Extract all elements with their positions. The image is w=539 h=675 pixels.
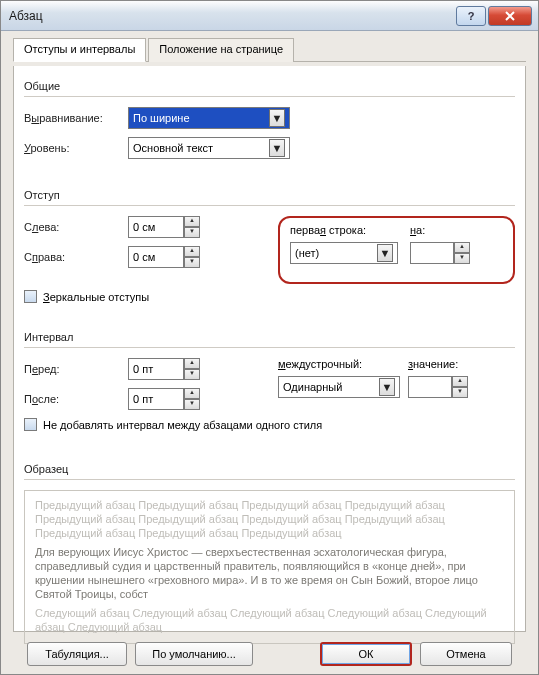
first-line-callout: первая строка: на: (нет) ▼ ▲▼ xyxy=(278,216,515,284)
spin-up[interactable]: ▲ xyxy=(452,376,468,387)
level-value: Основной текст xyxy=(133,142,213,154)
level-label: Уровень: xyxy=(24,142,128,154)
group-sample-label: Образец xyxy=(24,463,515,475)
spin-up[interactable]: ▲ xyxy=(184,216,200,227)
tabulation-button[interactable]: Табуляция... xyxy=(27,642,127,666)
dialog-body: Отступы и интервалы Положение на страниц… xyxy=(1,31,538,675)
alignment-select[interactable]: По ширине ▼ xyxy=(128,107,290,129)
row-alignment: Выравнивание: По ширине ▼ xyxy=(24,107,515,129)
row-after: После: ▲▼ xyxy=(24,388,264,410)
spin-down[interactable]: ▼ xyxy=(184,369,200,380)
spin-down[interactable]: ▼ xyxy=(454,253,470,264)
tab-bar: Отступы и интервалы Положение на страниц… xyxy=(13,37,526,62)
help-button[interactable]: ? xyxy=(456,6,486,26)
after-label: После: xyxy=(24,393,128,405)
default-button[interactable]: По умолчанию... xyxy=(135,642,253,666)
tab-indents-spacing[interactable]: Отступы и интервалы xyxy=(13,38,146,62)
dropdown-button[interactable]: ▼ xyxy=(269,139,285,157)
after-input[interactable] xyxy=(128,388,184,410)
before-label: Перед: xyxy=(24,363,128,375)
value-label: значение: xyxy=(408,358,458,370)
line-spacing-label: междустрочный: xyxy=(278,358,408,370)
tab-label: Положение на странице xyxy=(159,43,283,55)
window-buttons: ? xyxy=(456,6,532,26)
mirror-label: Зеркальные отступы xyxy=(43,291,149,303)
after-spinner[interactable]: ▲▼ xyxy=(128,388,200,410)
divider xyxy=(24,347,515,348)
row-right: Справа: ▲▼ xyxy=(24,246,264,268)
tab-page-position[interactable]: Положение на странице xyxy=(148,38,294,62)
level-select[interactable]: Основной текст ▼ xyxy=(128,137,290,159)
chevron-down-icon: ▼ xyxy=(382,381,393,393)
mirror-checkbox[interactable] xyxy=(24,290,37,303)
no-add-checkbox[interactable] xyxy=(24,418,37,431)
row-no-add: Не добавлять интервал между абзацами одн… xyxy=(24,418,515,431)
row-mirror: Зеркальные отступы xyxy=(24,290,515,303)
right-input[interactable] xyxy=(128,246,184,268)
value-input[interactable] xyxy=(408,376,452,398)
sample-text: Для верующих Иисус Христос — сверхъестес… xyxy=(35,546,504,601)
spin-up[interactable]: ▲ xyxy=(184,246,200,257)
chevron-down-icon: ▼ xyxy=(272,142,283,154)
spin-down[interactable]: ▼ xyxy=(184,257,200,268)
close-button[interactable] xyxy=(488,6,532,26)
alignment-value: По ширине xyxy=(133,112,190,124)
left-input[interactable] xyxy=(128,216,184,238)
row-left: Слева: ▲▼ xyxy=(24,216,264,238)
close-icon xyxy=(505,11,515,21)
first-line-value: (нет) xyxy=(295,247,319,259)
alignment-label: Выравнивание: xyxy=(24,112,128,124)
value-spinner[interactable]: ▲▼ xyxy=(408,376,468,398)
group-indent-label: Отступ xyxy=(24,189,515,201)
group-general-label: Общие xyxy=(24,80,515,92)
chevron-down-icon: ▼ xyxy=(272,112,283,124)
interval-block: Перед: ▲▼ После: ▲▼ xyxy=(24,358,515,418)
first-line-label: первая строка: xyxy=(290,224,410,236)
divider xyxy=(24,479,515,480)
line-spacing-select[interactable]: Одинарный ▼ xyxy=(278,376,400,398)
dropdown-button[interactable]: ▼ xyxy=(377,244,393,262)
row-level: Уровень: Основной текст ▼ xyxy=(24,137,515,159)
on-spinner[interactable]: ▲▼ xyxy=(410,242,470,264)
on-input[interactable] xyxy=(410,242,454,264)
first-line-select[interactable]: (нет) ▼ xyxy=(290,242,398,264)
spin-up[interactable]: ▲ xyxy=(184,358,200,369)
before-input[interactable] xyxy=(128,358,184,380)
tab-label: Отступы и интервалы xyxy=(24,43,135,55)
tab-panel: Общие Выравнивание: По ширине ▼ Уровень:… xyxy=(13,66,526,632)
spin-up[interactable]: ▲ xyxy=(454,242,470,253)
spin-down[interactable]: ▼ xyxy=(184,399,200,410)
row-before: Перед: ▲▼ xyxy=(24,358,264,380)
sample-prev-text: Предыдущий абзац Предыдущий абзац Предыд… xyxy=(35,499,504,540)
group-interval-label: Интервал xyxy=(24,331,515,343)
titlebar[interactable]: Абзац ? xyxy=(1,1,538,31)
sample-next-text: Следующий абзац Следующий абзац Следующи… xyxy=(35,607,504,635)
sample-preview: Предыдущий абзац Предыдущий абзац Предыд… xyxy=(24,490,515,644)
spin-down[interactable]: ▼ xyxy=(184,227,200,238)
ok-button[interactable]: ОК xyxy=(320,642,412,666)
paragraph-dialog: Абзац ? Отступы и интервалы Положение на… xyxy=(0,0,539,675)
left-label: Слева: xyxy=(24,221,128,233)
on-label: на: xyxy=(410,224,450,236)
chevron-down-icon: ▼ xyxy=(380,247,391,259)
right-spinner[interactable]: ▲▼ xyxy=(128,246,200,268)
button-bar: Табуляция... По умолчанию... ОК Отмена xyxy=(13,632,526,666)
left-spinner[interactable]: ▲▼ xyxy=(128,216,200,238)
spin-down[interactable]: ▼ xyxy=(452,387,468,398)
right-label: Справа: xyxy=(24,251,128,263)
dropdown-button[interactable]: ▼ xyxy=(379,378,395,396)
spin-up[interactable]: ▲ xyxy=(184,388,200,399)
line-spacing-value: Одинарный xyxy=(283,381,342,393)
divider xyxy=(24,96,515,97)
indent-block: Слева: ▲▼ Справа: ▲▼ xyxy=(24,216,515,284)
dropdown-button[interactable]: ▼ xyxy=(269,109,285,127)
cancel-button[interactable]: Отмена xyxy=(420,642,512,666)
no-add-label: Не добавлять интервал между абзацами одн… xyxy=(43,419,322,431)
divider xyxy=(24,205,515,206)
window-title: Абзац xyxy=(9,9,456,23)
before-spinner[interactable]: ▲▼ xyxy=(128,358,200,380)
